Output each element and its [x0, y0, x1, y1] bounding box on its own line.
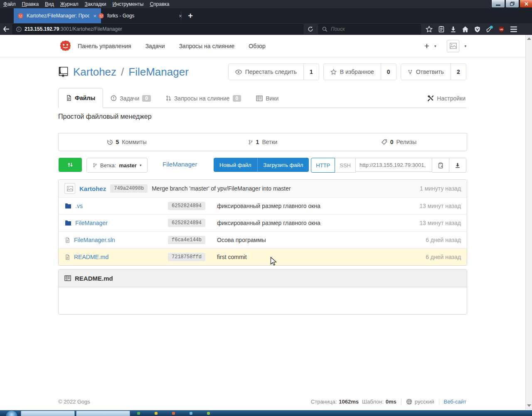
taskbar-icon[interactable] [137, 412, 140, 415]
close-button[interactable] [520, 0, 532, 8]
copy-url-button[interactable] [432, 158, 449, 173]
star-button[interactable]: В избранное [324, 64, 381, 80]
nav-dashboard[interactable]: Панель управления [78, 43, 131, 49]
file-link[interactable]: FileManager [75, 220, 108, 226]
commit-age: 1 минуту назад [420, 185, 461, 192]
browser-tab-inactive[interactable]: forks - Gogs × [94, 8, 187, 23]
file-sha-badge[interactable]: 6252824894 [168, 219, 205, 227]
menu-view[interactable]: Вид [45, 1, 54, 7]
branch-dropdown[interactable]: Ветка: master ▾ [86, 158, 148, 173]
nav-explore[interactable]: Обзор [249, 43, 265, 49]
commit-author-link[interactable]: Kartohez [79, 185, 106, 192]
stat-releases[interactable]: 0 Релизы [331, 133, 467, 151]
file-sha-badge[interactable]: f6ca4e144b [168, 236, 205, 244]
forks-count[interactable]: 2 [451, 64, 466, 80]
table-row-highlighted[interactable]: README.md 7218758ffd first commit 6 дней… [59, 248, 467, 265]
menu-help[interactable]: Справка [150, 1, 169, 7]
menu-bookmarks[interactable]: Закладки [85, 1, 106, 7]
create-new-icon[interactable]: + [424, 41, 429, 51]
new-file-button[interactable]: Новый файл [214, 158, 257, 172]
table-row[interactable]: .vs 6252824894 фиксированный размер глав… [59, 197, 467, 214]
http-protocol-button[interactable]: HTTP [311, 158, 335, 173]
fork-button[interactable]: Ответвить [401, 64, 451, 80]
url-field[interactable]: 213.155.192.79:3001/Kartohez/FileManager [12, 24, 303, 34]
tab-wiki[interactable]: Вики [249, 89, 286, 108]
tab-files[interactable]: Файлы [58, 88, 103, 108]
taskbar-icon[interactable] [207, 412, 210, 415]
repo-name-link[interactable]: FileManager [128, 66, 189, 78]
commit-sha-badge[interactable]: 749a24098b [110, 184, 148, 193]
upload-file-button[interactable]: Загрузить файл [257, 158, 309, 172]
star-button-group: В избранное 0 [323, 64, 397, 80]
file-commit-message[interactable]: фиксированный размер главного окна [214, 220, 394, 226]
file-link[interactable]: README.md [74, 254, 108, 260]
scroll-down-arrow-icon[interactable] [527, 404, 531, 407]
menu-edit[interactable]: Правка [22, 1, 39, 7]
tab-pull-requests[interactable]: Запросы на слияние 0 [158, 89, 249, 108]
file-commit-message[interactable]: Осова программы [214, 237, 394, 243]
start-button[interactable] [6, 411, 17, 416]
download-archive-button[interactable] [449, 158, 466, 173]
downloads-icon[interactable] [450, 26, 456, 33]
scroll-up-arrow-icon[interactable] [527, 37, 531, 40]
reading-list-icon[interactable] [438, 26, 445, 33]
unwatch-button[interactable]: Перестать следить [229, 64, 303, 80]
shield-icon[interactable] [474, 26, 480, 33]
nav-pull-requests[interactable]: Запросы на слияние [179, 43, 235, 49]
language-label[interactable]: русский [415, 399, 434, 405]
stars-count[interactable]: 0 [381, 64, 396, 80]
menu-file[interactable]: Файл [3, 1, 16, 7]
chevron-down-icon[interactable]: ▾ [464, 44, 466, 48]
menu-history[interactable]: Журнал [60, 1, 79, 7]
taskbar-icon[interactable] [155, 412, 158, 415]
new-tab-button[interactable]: + [183, 8, 197, 23]
gogs-logo[interactable] [59, 40, 71, 52]
chevron-down-icon[interactable]: ▾ [434, 44, 436, 48]
ssh-protocol-button[interactable]: SSH [335, 158, 356, 173]
file-sha-badge[interactable]: 7218758ffd [168, 253, 205, 261]
bookmark-star-icon[interactable] [426, 26, 433, 33]
menu-tools[interactable]: Инструменты [113, 1, 144, 7]
website-link[interactable]: Веб-сайт [444, 399, 466, 405]
taskbar-icon[interactable] [190, 412, 192, 415]
watchers-count[interactable]: 1 [303, 64, 319, 80]
taskbar-window-button[interactable] [21, 411, 75, 416]
browser-tab-active[interactable]: Kartohez/FileManager: Прос × [14, 8, 101, 23]
extension-icon[interactable] [486, 26, 493, 33]
file-link[interactable]: .vs [75, 203, 83, 209]
stat-commits[interactable]: 5 Коммиты [59, 133, 195, 151]
file-sha-cell: 6252824894 [168, 202, 214, 210]
home-icon[interactable] [462, 26, 469, 33]
taskbar-window-button[interactable] [76, 411, 130, 416]
reload-button[interactable] [303, 26, 318, 32]
taskbar-icon[interactable] [172, 412, 175, 415]
user-avatar[interactable] [447, 40, 459, 52]
repo-owner-link[interactable]: Kartohez [73, 66, 116, 78]
language-selector[interactable]: русский [406, 399, 434, 405]
table-row[interactable]: FileManager.sln f6ca4e144b Осова програм… [59, 231, 467, 248]
file-commit-message[interactable]: first commit [214, 254, 394, 260]
commit-author-avatar[interactable] [64, 183, 75, 194]
minimize-button[interactable] [491, 0, 505, 8]
file-sha-badge[interactable]: 6252824894 [168, 202, 205, 210]
ublock-shield-icon[interactable]: UD [498, 26, 505, 33]
search-input[interactable] [330, 26, 402, 32]
search-box[interactable] [318, 24, 421, 34]
file-link[interactable]: FileManager.sln [74, 237, 115, 243]
book-icon [64, 275, 71, 281]
hamburger-menu-icon[interactable] [510, 26, 517, 33]
nav-issues[interactable]: Задачи [145, 43, 165, 49]
table-row[interactable]: FileManager 6252824894 фиксированный раз… [59, 214, 467, 231]
back-button[interactable] [0, 26, 12, 32]
repo-path-link[interactable]: FileManager [163, 161, 197, 168]
restore-button[interactable] [505, 0, 519, 8]
commit-message[interactable]: Merge branch 'master' of ypv/FileManager… [152, 185, 291, 192]
file-commit-message[interactable]: фиксированный размер главного окна [214, 203, 394, 209]
fork-label: Ответвить [416, 69, 444, 75]
clone-url-input[interactable] [356, 158, 432, 172]
scrollbar[interactable] [525, 35, 532, 410]
tab-issues[interactable]: Задачи 0 [103, 89, 158, 108]
compare-button[interactable] [59, 158, 82, 172]
stat-branches[interactable]: 1 Ветки [195, 133, 330, 151]
tab-settings[interactable]: Настройки [420, 89, 466, 108]
